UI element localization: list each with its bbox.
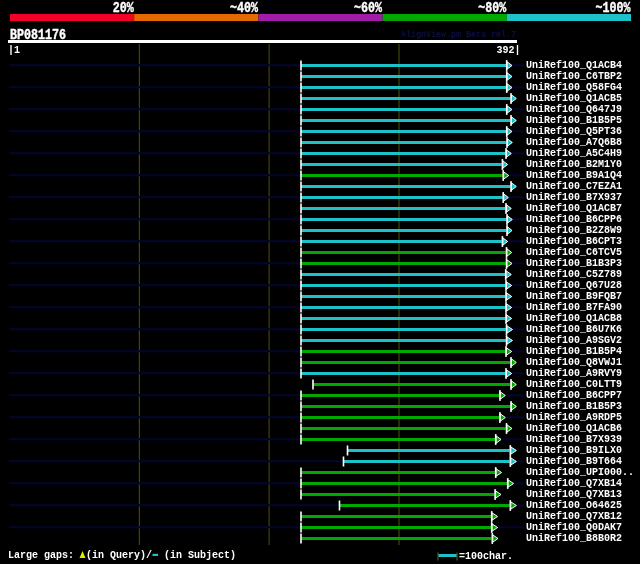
svg-text:|1: |1 bbox=[8, 44, 20, 56]
svg-text:=100char.: =100char. bbox=[459, 550, 513, 562]
svg-text:~40%: ~40% bbox=[230, 0, 258, 16]
svg-text:20%: 20% bbox=[113, 0, 134, 16]
svg-text:392|: 392| bbox=[497, 44, 521, 56]
svg-text:(in Query)/: (in Query)/ bbox=[86, 549, 152, 561]
svg-text:(in Subject): (in Subject) bbox=[164, 549, 236, 561]
svg-text:~100%: ~100% bbox=[596, 0, 631, 16]
svg-text:AlignView.pm Beta rel.7: AlignView.pm Beta rel.7 bbox=[401, 29, 516, 40]
svg-text:~80%: ~80% bbox=[478, 0, 506, 16]
svg-text:~60%: ~60% bbox=[354, 0, 382, 16]
svg-text:Large gaps:: Large gaps: bbox=[8, 549, 74, 561]
svg-text:UniRef100_B8B0R2: UniRef100_B8B0R2 bbox=[526, 532, 622, 544]
